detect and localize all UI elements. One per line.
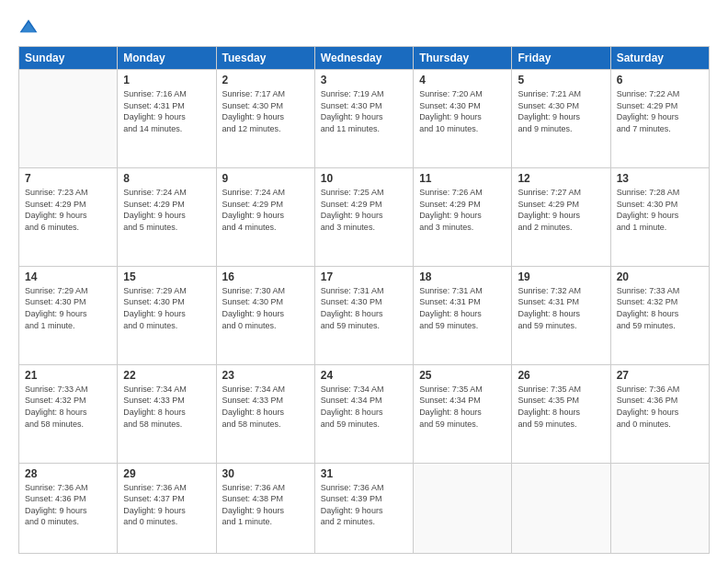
day-number: 14 xyxy=(25,270,111,283)
calendar-cell: 4Sunrise: 7:20 AM Sunset: 4:30 PM Daylig… xyxy=(414,70,512,168)
calendar-cell: 16Sunrise: 7:30 AM Sunset: 4:30 PM Dayli… xyxy=(216,266,314,364)
calendar: Sunday Monday Tuesday Wednesday Thursday… xyxy=(18,46,710,554)
header-saturday: Saturday xyxy=(610,47,709,70)
day-info: Sunrise: 7:36 AM Sunset: 4:39 PM Dayligh… xyxy=(321,482,407,528)
calendar-cell: 23Sunrise: 7:34 AM Sunset: 4:33 PM Dayli… xyxy=(216,364,314,463)
calendar-cell: 2Sunrise: 7:17 AM Sunset: 4:30 PM Daylig… xyxy=(216,70,314,168)
calendar-cell: 3Sunrise: 7:19 AM Sunset: 4:30 PM Daylig… xyxy=(314,70,413,168)
calendar-cell: 5Sunrise: 7:21 AM Sunset: 4:30 PM Daylig… xyxy=(512,70,610,168)
calendar-cell: 30Sunrise: 7:36 AM Sunset: 4:38 PM Dayli… xyxy=(216,463,314,553)
calendar-cell: 17Sunrise: 7:31 AM Sunset: 4:30 PM Dayli… xyxy=(314,266,413,364)
day-info: Sunrise: 7:31 AM Sunset: 4:30 PM Dayligh… xyxy=(321,285,407,331)
day-info: Sunrise: 7:34 AM Sunset: 4:33 PM Dayligh… xyxy=(222,384,309,430)
calendar-cell: 14Sunrise: 7:29 AM Sunset: 4:30 PM Dayli… xyxy=(19,266,118,364)
calendar-cell: 26Sunrise: 7:35 AM Sunset: 4:35 PM Dayli… xyxy=(512,364,610,463)
day-info: Sunrise: 7:33 AM Sunset: 4:32 PM Dayligh… xyxy=(617,285,703,331)
calendar-cell: 22Sunrise: 7:34 AM Sunset: 4:33 PM Dayli… xyxy=(118,364,216,463)
calendar-row: 28Sunrise: 7:36 AM Sunset: 4:36 PM Dayli… xyxy=(19,463,710,553)
header-monday: Monday xyxy=(118,47,216,70)
calendar-cell xyxy=(19,70,118,168)
logo xyxy=(18,17,42,37)
day-number: 11 xyxy=(419,172,506,185)
header xyxy=(18,17,710,37)
day-info: Sunrise: 7:31 AM Sunset: 4:31 PM Dayligh… xyxy=(419,285,506,331)
day-info: Sunrise: 7:21 AM Sunset: 4:30 PM Dayligh… xyxy=(518,88,604,134)
day-info: Sunrise: 7:22 AM Sunset: 4:29 PM Dayligh… xyxy=(617,88,703,134)
day-info: Sunrise: 7:17 AM Sunset: 4:30 PM Dayligh… xyxy=(222,88,309,134)
page: Sunday Monday Tuesday Wednesday Thursday… xyxy=(0,0,728,563)
day-number: 26 xyxy=(518,369,604,382)
header-tuesday: Tuesday xyxy=(216,47,314,70)
calendar-cell xyxy=(512,463,610,553)
header-friday: Friday xyxy=(512,47,610,70)
day-number: 1 xyxy=(123,74,210,86)
calendar-cell: 13Sunrise: 7:28 AM Sunset: 4:30 PM Dayli… xyxy=(610,167,709,266)
day-number: 31 xyxy=(321,467,407,480)
calendar-cell: 18Sunrise: 7:31 AM Sunset: 4:31 PM Dayli… xyxy=(414,266,512,364)
calendar-cell: 9Sunrise: 7:24 AM Sunset: 4:29 PM Daylig… xyxy=(216,167,314,266)
calendar-cell: 6Sunrise: 7:22 AM Sunset: 4:29 PM Daylig… xyxy=(610,70,709,168)
day-info: Sunrise: 7:30 AM Sunset: 4:30 PM Dayligh… xyxy=(222,285,309,331)
day-info: Sunrise: 7:16 AM Sunset: 4:31 PM Dayligh… xyxy=(123,88,210,134)
weekday-header-row: Sunday Monday Tuesday Wednesday Thursday… xyxy=(19,47,710,70)
day-number: 21 xyxy=(25,369,111,382)
calendar-cell: 1Sunrise: 7:16 AM Sunset: 4:31 PM Daylig… xyxy=(118,70,216,168)
calendar-cell: 19Sunrise: 7:32 AM Sunset: 4:31 PM Dayli… xyxy=(512,266,610,364)
calendar-cell: 21Sunrise: 7:33 AM Sunset: 4:32 PM Dayli… xyxy=(19,364,118,463)
day-info: Sunrise: 7:36 AM Sunset: 4:37 PM Dayligh… xyxy=(123,482,210,528)
day-number: 18 xyxy=(419,270,506,283)
calendar-cell xyxy=(610,463,709,553)
day-number: 3 xyxy=(321,74,407,86)
calendar-cell: 25Sunrise: 7:35 AM Sunset: 4:34 PM Dayli… xyxy=(414,364,512,463)
calendar-cell: 12Sunrise: 7:27 AM Sunset: 4:29 PM Dayli… xyxy=(512,167,610,266)
calendar-cell xyxy=(414,463,512,553)
day-number: 17 xyxy=(321,270,407,283)
day-info: Sunrise: 7:36 AM Sunset: 4:38 PM Dayligh… xyxy=(222,482,309,528)
day-info: Sunrise: 7:23 AM Sunset: 4:29 PM Dayligh… xyxy=(25,187,111,233)
day-number: 24 xyxy=(321,369,407,382)
day-info: Sunrise: 7:29 AM Sunset: 4:30 PM Dayligh… xyxy=(123,285,210,331)
logo-icon xyxy=(18,17,39,37)
calendar-cell: 11Sunrise: 7:26 AM Sunset: 4:29 PM Dayli… xyxy=(414,167,512,266)
day-info: Sunrise: 7:34 AM Sunset: 4:34 PM Dayligh… xyxy=(321,384,407,430)
day-number: 22 xyxy=(123,369,210,382)
day-number: 23 xyxy=(222,369,309,382)
day-info: Sunrise: 7:34 AM Sunset: 4:33 PM Dayligh… xyxy=(123,384,210,430)
day-info: Sunrise: 7:25 AM Sunset: 4:29 PM Dayligh… xyxy=(321,187,407,233)
day-info: Sunrise: 7:36 AM Sunset: 4:36 PM Dayligh… xyxy=(617,384,703,430)
day-number: 6 xyxy=(617,74,703,86)
day-number: 16 xyxy=(222,270,309,283)
day-info: Sunrise: 7:33 AM Sunset: 4:32 PM Dayligh… xyxy=(25,384,111,430)
day-info: Sunrise: 7:20 AM Sunset: 4:30 PM Dayligh… xyxy=(419,88,506,134)
calendar-cell: 31Sunrise: 7:36 AM Sunset: 4:39 PM Dayli… xyxy=(314,463,413,553)
day-number: 30 xyxy=(222,467,309,480)
header-sunday: Sunday xyxy=(19,47,118,70)
calendar-cell: 24Sunrise: 7:34 AM Sunset: 4:34 PM Dayli… xyxy=(314,364,413,463)
day-info: Sunrise: 7:26 AM Sunset: 4:29 PM Dayligh… xyxy=(419,187,506,233)
day-number: 27 xyxy=(617,369,703,382)
day-number: 20 xyxy=(617,270,703,283)
day-info: Sunrise: 7:27 AM Sunset: 4:29 PM Dayligh… xyxy=(518,187,604,233)
day-number: 13 xyxy=(617,172,703,185)
header-wednesday: Wednesday xyxy=(314,47,413,70)
day-info: Sunrise: 7:36 AM Sunset: 4:36 PM Dayligh… xyxy=(25,482,111,528)
day-number: 29 xyxy=(123,467,210,480)
calendar-row: 21Sunrise: 7:33 AM Sunset: 4:32 PM Dayli… xyxy=(19,364,710,463)
day-number: 15 xyxy=(123,270,210,283)
calendar-cell: 10Sunrise: 7:25 AM Sunset: 4:29 PM Dayli… xyxy=(314,167,413,266)
calendar-row: 1Sunrise: 7:16 AM Sunset: 4:31 PM Daylig… xyxy=(19,70,710,168)
day-number: 8 xyxy=(123,172,210,185)
calendar-cell: 15Sunrise: 7:29 AM Sunset: 4:30 PM Dayli… xyxy=(118,266,216,364)
calendar-row: 14Sunrise: 7:29 AM Sunset: 4:30 PM Dayli… xyxy=(19,266,710,364)
calendar-cell: 8Sunrise: 7:24 AM Sunset: 4:29 PM Daylig… xyxy=(118,167,216,266)
day-number: 5 xyxy=(518,74,604,86)
day-number: 28 xyxy=(25,467,111,480)
day-info: Sunrise: 7:24 AM Sunset: 4:29 PM Dayligh… xyxy=(123,187,210,233)
calendar-cell: 20Sunrise: 7:33 AM Sunset: 4:32 PM Dayli… xyxy=(610,266,709,364)
day-number: 19 xyxy=(518,270,604,283)
calendar-cell: 27Sunrise: 7:36 AM Sunset: 4:36 PM Dayli… xyxy=(610,364,709,463)
day-number: 2 xyxy=(222,74,309,86)
day-info: Sunrise: 7:28 AM Sunset: 4:30 PM Dayligh… xyxy=(617,187,703,233)
day-number: 25 xyxy=(419,369,506,382)
calendar-cell: 7Sunrise: 7:23 AM Sunset: 4:29 PM Daylig… xyxy=(19,167,118,266)
